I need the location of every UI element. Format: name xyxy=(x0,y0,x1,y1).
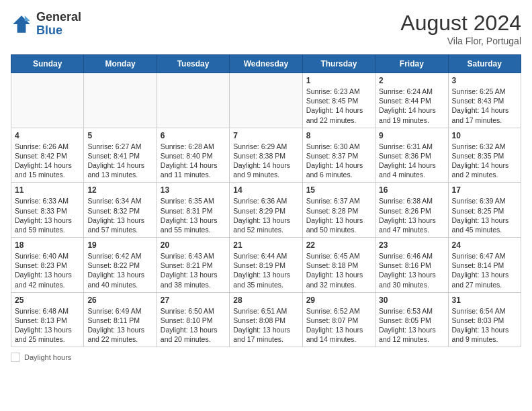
calendar-cell: 10Sunrise: 6:32 AM Sunset: 8:35 PM Dayli… xyxy=(448,128,521,183)
day-number: 4 xyxy=(15,131,80,140)
footer: Daylight hours xyxy=(11,353,521,362)
calendar-cell: 11Sunrise: 6:33 AM Sunset: 8:33 PM Dayli… xyxy=(11,183,84,238)
day-number: 3 xyxy=(452,76,517,85)
calendar-cell xyxy=(84,73,157,128)
day-info: Sunrise: 6:49 AM Sunset: 8:11 PM Dayligh… xyxy=(87,306,152,345)
day-info: Sunrise: 6:23 AM Sunset: 8:45 PM Dayligh… xyxy=(306,87,371,125)
calendar-cell: 26Sunrise: 6:49 AM Sunset: 8:11 PM Dayli… xyxy=(84,292,157,347)
day-number: 9 xyxy=(379,131,444,140)
calendar-cell: 14Sunrise: 6:36 AM Sunset: 8:29 PM Dayli… xyxy=(230,183,302,238)
calendar-week-4: 25Sunrise: 6:48 AM Sunset: 8:13 PM Dayli… xyxy=(11,292,521,347)
day-info: Sunrise: 6:52 AM Sunset: 8:07 PM Dayligh… xyxy=(306,306,371,345)
calendar-cell: 9Sunrise: 6:31 AM Sunset: 8:36 PM Daylig… xyxy=(375,128,448,183)
day-info: Sunrise: 6:51 AM Sunset: 8:08 PM Dayligh… xyxy=(233,306,298,345)
calendar-cell: 24Sunrise: 6:47 AM Sunset: 8:14 PM Dayli… xyxy=(448,238,521,293)
day-info: Sunrise: 6:34 AM Sunset: 8:32 PM Dayligh… xyxy=(87,196,152,234)
calendar-cell: 27Sunrise: 6:50 AM Sunset: 8:10 PM Dayli… xyxy=(157,292,229,347)
calendar-cell: 1Sunrise: 6:23 AM Sunset: 8:45 PM Daylig… xyxy=(302,73,375,128)
day-info: Sunrise: 6:42 AM Sunset: 8:22 PM Dayligh… xyxy=(87,251,152,289)
calendar-cell: 12Sunrise: 6:34 AM Sunset: 8:32 PM Dayli… xyxy=(84,183,157,238)
calendar-week-3: 18Sunrise: 6:40 AM Sunset: 8:23 PM Dayli… xyxy=(11,238,521,293)
calendar-week-0: 1Sunrise: 6:23 AM Sunset: 8:45 PM Daylig… xyxy=(11,73,521,128)
calendar-cell: 3Sunrise: 6:25 AM Sunset: 8:43 PM Daylig… xyxy=(448,73,521,128)
day-number: 13 xyxy=(161,185,226,195)
calendar-cell: 7Sunrise: 6:29 AM Sunset: 8:38 PM Daylig… xyxy=(230,128,302,183)
title-block: August 2024 Vila Flor, Portugal xyxy=(400,11,521,46)
weekday-header-tuesday: Tuesday xyxy=(157,55,229,73)
day-number: 19 xyxy=(87,240,152,250)
day-info: Sunrise: 6:38 AM Sunset: 8:26 PM Dayligh… xyxy=(379,196,444,234)
day-number: 20 xyxy=(161,240,226,250)
calendar-cell: 8Sunrise: 6:30 AM Sunset: 8:37 PM Daylig… xyxy=(302,128,375,183)
daylight-label: Daylight hours xyxy=(24,353,71,361)
weekday-header-friday: Friday xyxy=(375,55,448,73)
day-info: Sunrise: 6:50 AM Sunset: 8:10 PM Dayligh… xyxy=(161,306,226,345)
calendar-cell: 18Sunrise: 6:40 AM Sunset: 8:23 PM Dayli… xyxy=(11,238,84,293)
calendar-cell: 31Sunrise: 6:54 AM Sunset: 8:03 PM Dayli… xyxy=(448,292,521,347)
weekday-header-monday: Monday xyxy=(84,55,157,73)
day-info: Sunrise: 6:25 AM Sunset: 8:43 PM Dayligh… xyxy=(452,87,517,125)
month-year: August 2024 xyxy=(400,11,521,36)
calendar-cell: 30Sunrise: 6:53 AM Sunset: 8:05 PM Dayli… xyxy=(375,292,448,347)
day-info: Sunrise: 6:46 AM Sunset: 8:16 PM Dayligh… xyxy=(379,251,444,289)
day-info: Sunrise: 6:54 AM Sunset: 8:03 PM Dayligh… xyxy=(452,306,517,345)
calendar-cell xyxy=(11,73,84,128)
day-number: 26 xyxy=(87,295,152,305)
day-info: Sunrise: 6:40 AM Sunset: 8:23 PM Dayligh… xyxy=(15,251,80,289)
daylight-legend-box xyxy=(11,353,20,362)
calendar-cell: 29Sunrise: 6:52 AM Sunset: 8:07 PM Dayli… xyxy=(302,292,375,347)
svg-marker-1 xyxy=(25,15,30,21)
day-number: 28 xyxy=(233,295,298,305)
day-info: Sunrise: 6:31 AM Sunset: 8:36 PM Dayligh… xyxy=(379,142,444,180)
weekday-header-thursday: Thursday xyxy=(302,55,375,73)
calendar-cell: 23Sunrise: 6:46 AM Sunset: 8:16 PM Dayli… xyxy=(375,238,448,293)
page-header: General Blue August 2024 Vila Flor, Port… xyxy=(11,11,521,46)
day-number: 21 xyxy=(233,240,298,250)
day-info: Sunrise: 6:24 AM Sunset: 8:44 PM Dayligh… xyxy=(379,87,444,125)
calendar-cell: 28Sunrise: 6:51 AM Sunset: 8:08 PM Dayli… xyxy=(230,292,302,347)
day-number: 25 xyxy=(15,295,80,305)
day-info: Sunrise: 6:37 AM Sunset: 8:28 PM Dayligh… xyxy=(306,196,371,234)
day-number: 17 xyxy=(452,185,517,195)
svg-marker-0 xyxy=(13,15,30,33)
day-info: Sunrise: 6:28 AM Sunset: 8:40 PM Dayligh… xyxy=(161,142,226,180)
weekday-header-row: SundayMondayTuesdayWednesdayThursdayFrid… xyxy=(11,55,521,73)
day-number: 5 xyxy=(87,131,152,140)
day-number: 8 xyxy=(306,131,371,140)
day-info: Sunrise: 6:44 AM Sunset: 8:19 PM Dayligh… xyxy=(233,251,298,289)
calendar-cell: 16Sunrise: 6:38 AM Sunset: 8:26 PM Dayli… xyxy=(375,183,448,238)
day-number: 27 xyxy=(161,295,226,305)
day-info: Sunrise: 6:45 AM Sunset: 8:18 PM Dayligh… xyxy=(306,251,371,289)
calendar-cell: 13Sunrise: 6:35 AM Sunset: 8:31 PM Dayli… xyxy=(157,183,229,238)
calendar-cell: 5Sunrise: 6:27 AM Sunset: 8:41 PM Daylig… xyxy=(84,128,157,183)
logo-text: General Blue xyxy=(36,11,81,38)
day-number: 2 xyxy=(379,76,444,85)
weekday-header-wednesday: Wednesday xyxy=(230,55,302,73)
calendar-cell: 25Sunrise: 6:48 AM Sunset: 8:13 PM Dayli… xyxy=(11,292,84,347)
day-number: 16 xyxy=(379,185,444,195)
day-info: Sunrise: 6:26 AM Sunset: 8:42 PM Dayligh… xyxy=(15,142,80,180)
calendar-cell xyxy=(230,73,302,128)
calendar-week-2: 11Sunrise: 6:33 AM Sunset: 8:33 PM Dayli… xyxy=(11,183,521,238)
calendar-table: SundayMondayTuesdayWednesdayThursdayFrid… xyxy=(11,54,521,347)
day-number: 23 xyxy=(379,240,444,250)
calendar-body: 1Sunrise: 6:23 AM Sunset: 8:45 PM Daylig… xyxy=(11,73,521,347)
day-info: Sunrise: 6:47 AM Sunset: 8:14 PM Dayligh… xyxy=(452,251,517,289)
calendar-cell: 17Sunrise: 6:39 AM Sunset: 8:25 PM Dayli… xyxy=(448,183,521,238)
calendar-cell: 22Sunrise: 6:45 AM Sunset: 8:18 PM Dayli… xyxy=(302,238,375,293)
day-info: Sunrise: 6:29 AM Sunset: 8:38 PM Dayligh… xyxy=(233,142,298,180)
calendar-cell: 4Sunrise: 6:26 AM Sunset: 8:42 PM Daylig… xyxy=(11,128,84,183)
day-info: Sunrise: 6:33 AM Sunset: 8:33 PM Dayligh… xyxy=(15,196,80,234)
calendar-cell: 6Sunrise: 6:28 AM Sunset: 8:40 PM Daylig… xyxy=(157,128,229,183)
day-info: Sunrise: 6:36 AM Sunset: 8:29 PM Dayligh… xyxy=(233,196,298,234)
logo-icon xyxy=(11,13,32,35)
logo: General Blue xyxy=(11,11,81,38)
calendar-cell: 19Sunrise: 6:42 AM Sunset: 8:22 PM Dayli… xyxy=(84,238,157,293)
day-number: 31 xyxy=(452,295,517,305)
day-number: 29 xyxy=(306,295,371,305)
day-info: Sunrise: 6:27 AM Sunset: 8:41 PM Dayligh… xyxy=(87,142,152,180)
calendar-cell: 15Sunrise: 6:37 AM Sunset: 8:28 PM Dayli… xyxy=(302,183,375,238)
day-number: 30 xyxy=(379,295,444,305)
day-info: Sunrise: 6:39 AM Sunset: 8:25 PM Dayligh… xyxy=(452,196,517,234)
day-info: Sunrise: 6:43 AM Sunset: 8:21 PM Dayligh… xyxy=(161,251,226,289)
